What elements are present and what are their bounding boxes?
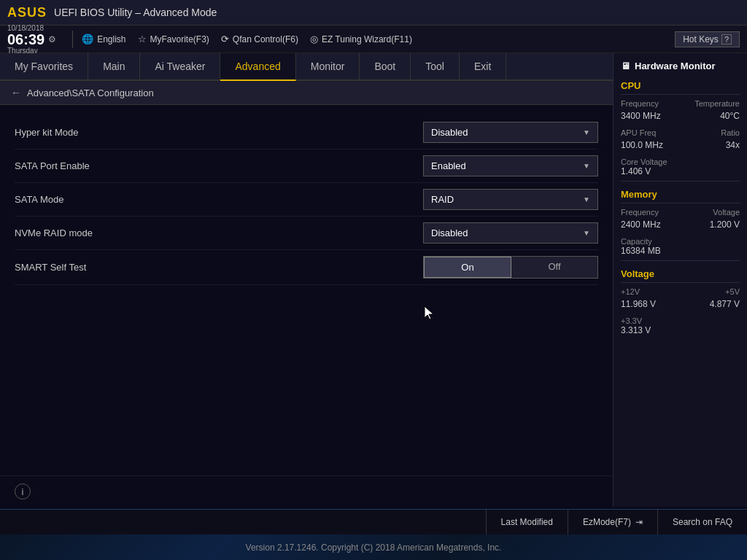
qfan-label: Qfan Control(F6)	[233, 34, 298, 44]
setting-sata-mode: SATA Mode RAID ▼	[15, 183, 598, 217]
toolbar-myfavorite[interactable]: ☆ MyFavorite(F3)	[138, 34, 209, 44]
cpu-temp-label: Temperature	[694, 99, 740, 108]
setting-hyper-kit-mode: Hyper kit Mode Disabled ▼	[15, 116, 598, 149]
nav-ai-tweaker[interactable]: Ai Tweaker	[140, 52, 220, 80]
hot-keys-button[interactable]: Hot Keys ?	[675, 31, 740, 47]
hyper-kit-value: Disabled	[431, 127, 468, 138]
info-area: i	[0, 475, 613, 507]
hyper-kit-arrow: ▼	[583, 128, 590, 136]
asus-logo: ASUS	[7, 5, 47, 20]
cpu-apu-value: 100.0 MHz	[621, 140, 663, 150]
hw-monitor-icon: 🖥	[621, 61, 630, 71]
sata-port-label: SATA Port Enable	[15, 160, 423, 171]
sata-mode-value: RAID	[431, 194, 454, 205]
cpu-freq-value-row: 3400 MHz 40°C	[621, 111, 740, 125]
footer-actions: Last Modified EzMode(F7) ⇥ Search on FAQ	[0, 509, 747, 534]
hot-keys-icon: ?	[721, 34, 732, 44]
separator-1	[621, 181, 740, 182]
sata-port-value: Enabled	[431, 160, 466, 171]
volt-12-value-row: 11.968 V 4.877 V	[621, 299, 740, 314]
nav-menu: My Favorites Main Ai Tweaker Advanced Mo…	[0, 53, 613, 81]
sata-mode-arrow: ▼	[583, 195, 590, 203]
smart-test-off-btn[interactable]: Off	[511, 257, 597, 278]
toolbar-qfan[interactable]: ⟳ Qfan Control(F6)	[221, 34, 298, 44]
cpu-core-voltage-value: 1.406 V	[621, 166, 740, 176]
settings-list: Hyper kit Mode Disabled ▼ SATA Port Enab…	[0, 105, 613, 475]
hw-monitor-panel: 🖥 Hardware Monitor CPU Frequency Tempera…	[613, 53, 747, 507]
mem-freq-value: 2400 MHz	[621, 219, 661, 230]
cpu-apu-label: APU Freq	[621, 128, 656, 137]
version-text: Version 2.17.1246. Copyright (C) 2018 Am…	[246, 542, 502, 553]
nvme-raid-value: Disabled	[431, 228, 468, 238]
sata-port-arrow: ▼	[583, 162, 590, 170]
cpu-core-voltage-label: Core Voltage	[621, 158, 740, 166]
ez-mode-button[interactable]: EzMode(F7) ⇥	[568, 510, 657, 535]
cpu-section-title: CPU	[621, 80, 740, 95]
mem-capacity-label: Capacity	[621, 237, 740, 246]
qfan-icon: ⟳	[221, 34, 229, 44]
hyper-kit-dropdown[interactable]: Disabled ▼	[423, 122, 598, 143]
cpu-freq-label: Frequency	[621, 99, 659, 108]
volt-12-label: +12V	[621, 287, 640, 296]
nvme-raid-arrow: ▼	[583, 229, 590, 237]
cpu-apu-row: APU Freq Ratio	[621, 128, 740, 137]
hw-monitor-title: 🖥 Hardware Monitor	[621, 61, 740, 71]
language-icon: 🌐	[82, 34, 93, 44]
main-content-wrapper: My Favorites Main Ai Tweaker Advanced Mo…	[0, 53, 747, 507]
cpu-ratio-value: 34x	[726, 140, 740, 150]
cpu-freq-value: 3400 MHz	[621, 111, 661, 121]
sata-mode-label: SATA Mode	[15, 194, 423, 205]
bios-header: ASUS UEFI BIOS Utility – Advanced Mode	[0, 0, 747, 26]
sata-mode-dropdown[interactable]: RAID ▼	[423, 189, 598, 210]
memory-section-title: Memory	[621, 189, 740, 203]
nav-advanced[interactable]: Advanced	[220, 53, 295, 81]
mem-voltage-value: 1.200 V	[710, 219, 740, 230]
search-faq-button[interactable]: Search on FAQ	[657, 510, 747, 535]
back-button[interactable]: ←	[11, 87, 21, 98]
toolbar-language[interactable]: 🌐 English	[82, 34, 125, 44]
cpu-temp-value: 40°C	[720, 111, 740, 121]
nav-my-favorites[interactable]: My Favorites	[0, 52, 88, 80]
voltage-section-title: Voltage	[621, 268, 740, 283]
smart-test-on-btn[interactable]: On	[424, 257, 511, 278]
nav-tool[interactable]: Tool	[411, 52, 460, 80]
datetime: 10/18/2018 06:39 ⚙ Thursday	[7, 24, 56, 55]
cpu-ratio-label: Ratio	[721, 128, 740, 137]
cpu-frequency-row: Frequency Temperature	[621, 99, 740, 108]
favorite-icon: ☆	[138, 34, 147, 44]
nvme-raid-dropdown[interactable]: Disabled ▼	[423, 222, 598, 244]
setting-sata-port-enable: SATA Port Enable Enabled ▼	[15, 149, 598, 183]
smart-test-label: SMART Self Test	[15, 262, 423, 273]
mem-freq-value-row: 2400 MHz 1.200 V	[621, 219, 740, 234]
ez-mode-label: EzMode(F7)	[583, 517, 631, 527]
separator-2	[621, 260, 740, 261]
volt-33-value: 3.313 V	[621, 325, 740, 335]
nvme-raid-label: NVMe RAID mode	[15, 228, 423, 238]
last-modified-button[interactable]: Last Modified	[486, 510, 568, 535]
mem-freq-row: Frequency Voltage	[621, 208, 740, 217]
ez-tuning-icon: ◎	[310, 34, 318, 44]
nav-exit[interactable]: Exit	[460, 52, 506, 80]
hw-monitor-label: Hardware Monitor	[635, 61, 716, 71]
mem-capacity-value: 16384 MB	[621, 246, 740, 256]
nav-monitor[interactable]: Monitor	[296, 52, 360, 80]
mem-voltage-label: Voltage	[713, 208, 740, 217]
toolbar-ez-tuning[interactable]: ◎ EZ Tuning Wizard(F11)	[310, 34, 412, 44]
breadcrumb: ← Advanced\SATA Configuration	[0, 81, 613, 105]
sata-port-dropdown[interactable]: Enabled ▼	[423, 155, 598, 176]
version-bar: Version 2.17.1246. Copyright (C) 2018 Am…	[0, 534, 747, 560]
mem-freq-label: Frequency	[621, 208, 659, 217]
settings-icon[interactable]: ⚙	[48, 34, 56, 44]
time-display: 06:39	[7, 32, 44, 47]
ez-tuning-label: EZ Tuning Wizard(F11)	[322, 34, 412, 44]
nav-boot[interactable]: Boot	[360, 52, 411, 80]
cpu-apu-value-row: 100.0 MHz 34x	[621, 140, 740, 155]
volt-5-value: 4.877 V	[710, 299, 740, 309]
volt-12-row: +12V +5V	[621, 287, 740, 296]
nav-main[interactable]: Main	[88, 52, 140, 80]
hot-keys-label: Hot Keys	[683, 34, 719, 44]
info-icon[interactable]: i	[15, 483, 31, 499]
ez-mode-icon: ⇥	[635, 517, 643, 527]
toolbar-separator	[72, 31, 73, 48]
breadcrumb-path: Advanced\SATA Configuration	[27, 88, 154, 98]
